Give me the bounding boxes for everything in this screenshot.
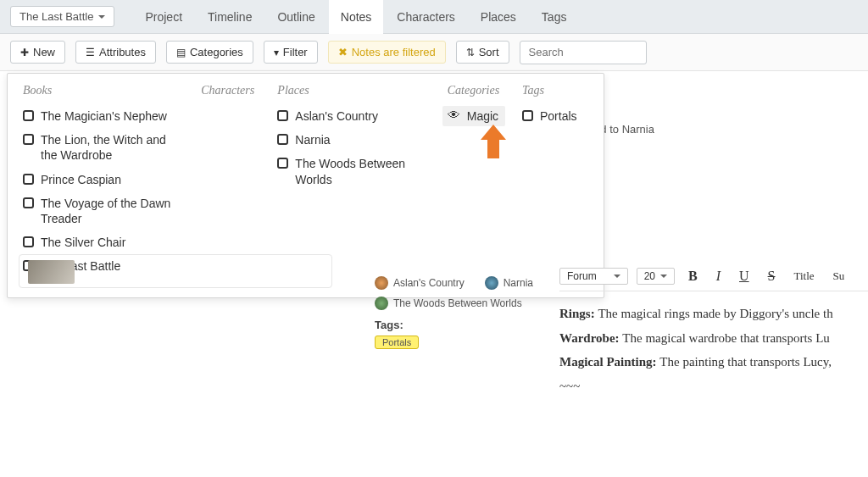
subtitle-button[interactable]: Su — [828, 268, 850, 285]
filter-button[interactable]: ▾ Filter — [264, 41, 318, 64]
filter-place-item[interactable]: Aslan's Country — [277, 106, 430, 126]
font-select[interactable]: Forum — [559, 268, 628, 285]
line-text: ~~~ — [559, 374, 868, 399]
book-label: Prince Caspian — [41, 172, 121, 187]
nav-places[interactable]: Places — [469, 0, 528, 34]
filter-book-item[interactable]: The Lion, the Witch and the Wardrobe — [23, 130, 184, 165]
place-chip[interactable]: Narnia — [485, 276, 533, 290]
filter-book-item[interactable]: The Silver Chair — [23, 232, 184, 252]
line-bold: Wardrobe: — [559, 331, 622, 345]
line-text: The painting that transports Lucy, — [659, 355, 832, 369]
nav-outline[interactable]: Outline — [265, 0, 326, 34]
note-meta-panel: Aslan's Country Narnia The Woods Between… — [375, 276, 553, 349]
filter-tag-item[interactable]: Portals — [522, 106, 588, 126]
tag-chip-portals[interactable]: Portals — [375, 336, 419, 349]
bold-button[interactable]: B — [683, 267, 703, 286]
project-name: The Last Battle — [19, 10, 93, 23]
tags-label: Tags: — [375, 319, 553, 331]
place-label: Aslan's Country — [295, 108, 378, 124]
funnel-icon: ▾ — [274, 47, 279, 58]
strike-button[interactable]: S — [763, 267, 781, 286]
search-input[interactable] — [520, 41, 647, 64]
book-label: The Magician's Nephew — [41, 108, 167, 124]
checkbox-icon — [23, 174, 34, 185]
checkbox-icon — [23, 236, 34, 247]
top-nav-bar: The Last Battle Project Timeline Outline… — [0, 0, 868, 34]
place-name: Aslan's Country — [393, 277, 465, 289]
italic-button[interactable]: I — [711, 267, 726, 286]
grid-icon: ▤ — [176, 47, 186, 58]
note-card[interactable] — [19, 254, 332, 288]
filter-col-places: Places Aslan's Country Narnia The Woods … — [277, 84, 430, 277]
project-dropdown[interactable]: The Last Battle — [10, 6, 114, 27]
place-chip[interactable]: The Woods Between Worlds — [375, 297, 522, 310]
plus-icon: ✚ — [20, 47, 29, 58]
filter-col-categories: Categories 👁Magic — [448, 84, 505, 277]
line-text: The magical wardrobe that transports Lu — [622, 331, 830, 345]
book-label: The Voyage of the Dawn Treader — [41, 196, 184, 226]
filter-book-item[interactable]: Prince Caspian — [23, 169, 184, 190]
new-button[interactable]: ✚ New — [10, 41, 65, 64]
cat-label: Magic — [467, 108, 498, 124]
title-button[interactable]: Title — [789, 268, 820, 285]
new-label: New — [33, 46, 55, 58]
categories-label: Categories — [190, 46, 243, 58]
filter-place-item[interactable]: Narnia — [277, 130, 430, 150]
notes-toolbar: ✚ New ☰ Attributes ▤ Categories ▾ Filter… — [0, 34, 868, 71]
eye-icon: 👁 — [448, 108, 460, 121]
nav-tags[interactable]: Tags — [530, 0, 579, 34]
filter-place-item[interactable]: The Woods Between Worlds — [277, 153, 430, 189]
arrow-up-icon — [479, 123, 508, 160]
sort-icon: ⇅ — [466, 47, 475, 58]
notes-filtered-badge[interactable]: ✖ Notes are filtered — [328, 41, 446, 64]
attributes-button[interactable]: ☰ Attributes — [75, 41, 156, 64]
categories-button[interactable]: ▤ Categories — [166, 41, 253, 64]
checkbox-icon — [277, 110, 288, 121]
font-size: 20 — [644, 270, 655, 282]
filtered-label: Notes are filtered — [352, 46, 436, 58]
filter-col-books: Books The Magician's Nephew The Lion, th… — [23, 84, 184, 277]
line-bold: Magical Painting: — [559, 355, 659, 369]
place-name: The Woods Between Worlds — [393, 297, 522, 309]
filter-head-places: Places — [277, 84, 430, 97]
line-bold: Rings: — [559, 307, 598, 320]
place-dot-icon — [485, 276, 498, 290]
editor-body[interactable]: Rings: The magical rings made by Diggory… — [559, 302, 868, 398]
note-editor: Forum 20 B I U S Title Su Rings: The mag… — [559, 267, 868, 398]
checkbox-icon — [277, 134, 288, 145]
underline-button[interactable]: U — [734, 267, 754, 286]
clear-filter-icon: ✖ — [338, 46, 348, 58]
filter-head-categories: Categories — [448, 84, 505, 97]
place-dot-icon — [375, 276, 388, 290]
place-chip[interactable]: Aslan's Country — [375, 276, 465, 290]
tag-label: Portals — [540, 108, 577, 124]
sort-button[interactable]: ⇅ Sort — [456, 41, 509, 64]
editor-toolbar: Forum 20 B I U S Title Su — [559, 267, 868, 291]
checkbox-icon — [23, 197, 34, 208]
book-label: The Lion, the Witch and the Wardrobe — [41, 132, 184, 163]
attributes-label: Attributes — [99, 46, 146, 58]
filter-book-item[interactable]: The Voyage of the Dawn Treader — [23, 193, 184, 229]
nav-characters[interactable]: Characters — [385, 0, 466, 34]
line-text: The magical rings made by Diggory's uncl… — [598, 307, 832, 320]
filter-col-characters: Characters — [201, 84, 260, 277]
font-size-select[interactable]: 20 — [637, 268, 675, 285]
sort-label: Sort — [479, 46, 499, 58]
place-label: The Woods Between Worlds — [295, 156, 430, 186]
place-label: Narnia — [295, 132, 330, 147]
nav-project[interactable]: Project — [133, 0, 194, 34]
filter-book-item[interactable]: The Magician's Nephew — [23, 106, 184, 126]
filter-head-tags: Tags — [522, 84, 588, 97]
filter-label: Filter — [283, 46, 308, 58]
caret-down-icon — [614, 275, 620, 278]
place-name: Narnia — [504, 277, 533, 289]
filter-head-books: Books — [23, 84, 184, 97]
checkbox-icon — [277, 158, 288, 169]
note-thumbnail — [28, 260, 75, 284]
place-dot-icon — [375, 297, 388, 310]
list-icon: ☰ — [86, 47, 95, 58]
font-name: Forum — [567, 270, 597, 282]
nav-timeline[interactable]: Timeline — [196, 0, 264, 34]
caret-down-icon — [660, 275, 667, 278]
nav-notes[interactable]: Notes — [329, 0, 384, 34]
